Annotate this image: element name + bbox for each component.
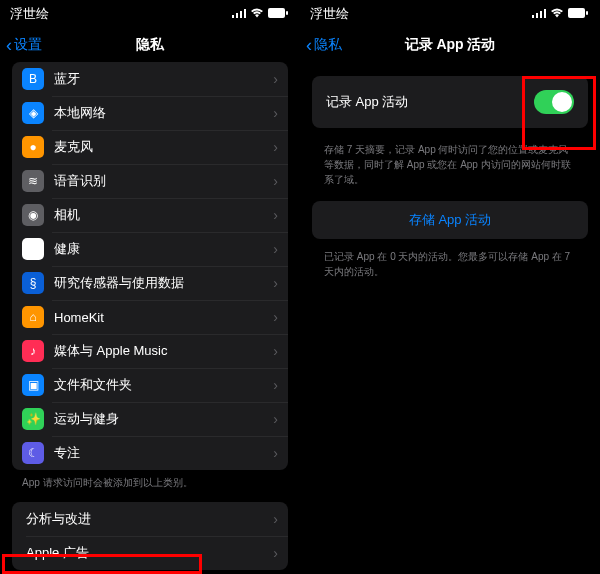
row-label: 专注 [54,444,273,462]
row-apple-ads[interactable]: Apple 广告› [12,536,288,570]
chevron-right-icon: › [273,377,278,393]
back-button[interactable]: ‹ 设置 [6,36,42,54]
chevron-right-icon: › [273,309,278,325]
svg-rect-0 [232,15,234,18]
record-activity-row: 记录 App 活动 [312,76,588,128]
row-label: 分析与改进 [26,510,273,528]
group-footer: App 请求访问时会被添加到以上类别。 [22,476,278,490]
right-screen: 浮世绘 ‹ 隐私 记录 App 活动 记录 App 活动 存储 7 天摘要， [300,0,600,574]
chevron-right-icon: › [273,139,278,155]
store-button-label: 存储 App 活动 [409,211,491,229]
analytics-list: 分析与改进›Apple 广告› [12,502,288,570]
svg-rect-9 [544,9,546,18]
status-carrier: 浮世绘 [310,5,349,23]
privacy-row-speech-recognition[interactable]: ≋语音识别› [12,164,288,198]
bluetooth-icon: B [22,68,44,90]
fitness-icon: ✨ [22,408,44,430]
toggle-group: 记录 App 活动 [312,76,588,128]
status-bar: 浮世绘 [300,0,600,28]
chevron-left-icon: ‹ [306,36,312,54]
row-analytics[interactable]: 分析与改进› [12,502,288,536]
content-scroll[interactable]: B蓝牙›◈本地网络›●麦克风›≋语音识别›◉相机›♥健康›§研究传感器与使用数据… [0,62,300,574]
chevron-right-icon: › [273,207,278,223]
signal-icon [232,7,246,21]
chevron-right-icon: › [273,545,278,561]
privacy-row-files[interactable]: ▣文件和文件夹› [12,368,288,402]
svg-rect-3 [244,9,246,18]
svg-rect-11 [586,11,588,15]
record-activity-toggle[interactable] [534,90,574,114]
health-icon: ♥ [22,238,44,260]
chevron-right-icon: › [273,275,278,291]
svg-rect-6 [532,15,534,18]
svg-rect-5 [286,11,288,15]
svg-rect-10 [568,8,585,18]
row-label: 语音识别 [54,172,273,190]
microphone-icon: ● [22,136,44,158]
back-label: 隐私 [314,36,342,54]
row-label: Apple 广告 [26,544,273,562]
row-label: 文件和文件夹 [54,376,273,394]
files-icon: ▣ [22,374,44,396]
store-description: 已记录 App 在 0 天内的活动。您最多可以存储 App 在 7 天内的活动。 [324,249,576,279]
status-bar: 浮世绘 [0,0,300,28]
row-label: HomeKit [54,310,273,325]
research-icon: § [22,272,44,294]
chevron-right-icon: › [273,343,278,359]
speech-recognition-icon: ≋ [22,170,44,192]
privacy-row-fitness[interactable]: ✨运动与健身› [12,402,288,436]
media-icon: ♪ [22,340,44,362]
privacy-row-research[interactable]: §研究传感器与使用数据› [12,266,288,300]
camera-icon: ◉ [22,204,44,226]
privacy-row-microphone[interactable]: ●麦克风› [12,130,288,164]
privacy-row-homekit[interactable]: ⌂HomeKit› [12,300,288,334]
privacy-row-health[interactable]: ♥健康› [12,232,288,266]
status-indicators [532,7,588,21]
svg-rect-8 [540,11,542,18]
chevron-right-icon: › [273,105,278,121]
store-activity-button[interactable]: 存储 App 活动 [312,201,588,239]
status-carrier: 浮世绘 [10,5,49,23]
nav-bar: ‹ 设置 隐私 [0,28,300,62]
battery-icon [568,7,588,21]
left-screen: 浮世绘 ‹ 设置 隐私 B蓝牙›◈本地网络›●麦克风›≋语音识别›◉相机›♥健康… [0,0,300,574]
chevron-right-icon: › [273,241,278,257]
toggle-description: 存储 7 天摘要，记录 App 何时访问了您的位置或麦克风等数据，同时了解 Ap… [324,142,576,187]
privacy-row-bluetooth[interactable]: B蓝牙› [12,62,288,96]
row-label: 本地网络 [54,104,273,122]
row-label: 麦克风 [54,138,273,156]
focus-icon: ☾ [22,442,44,464]
signal-icon [532,7,546,21]
nav-bar: ‹ 隐私 记录 App 活动 [300,28,600,62]
page-title: 隐私 [136,36,164,54]
toggle-label: 记录 App 活动 [326,93,534,111]
row-label: 蓝牙 [54,70,273,88]
local-network-icon: ◈ [22,102,44,124]
homekit-icon: ⌂ [22,306,44,328]
page-title: 记录 App 活动 [405,36,496,54]
row-label: 健康 [54,240,273,258]
privacy-list: B蓝牙›◈本地网络›●麦克风›≋语音识别›◉相机›♥健康›§研究传感器与使用数据… [12,62,288,470]
chevron-right-icon: › [273,173,278,189]
svg-rect-1 [236,13,238,18]
svg-rect-2 [240,11,242,18]
privacy-row-camera[interactable]: ◉相机› [12,198,288,232]
back-label: 设置 [14,36,42,54]
privacy-row-media[interactable]: ♪媒体与 Apple Music› [12,334,288,368]
wifi-icon [550,7,564,21]
back-button[interactable]: ‹ 隐私 [306,36,342,54]
svg-rect-4 [268,8,285,18]
row-label: 相机 [54,206,273,224]
privacy-row-local-network[interactable]: ◈本地网络› [12,96,288,130]
chevron-right-icon: › [273,411,278,427]
chevron-right-icon: › [273,511,278,527]
battery-icon [268,7,288,21]
chevron-left-icon: ‹ [6,36,12,54]
chevron-right-icon: › [273,71,278,87]
svg-rect-7 [536,13,538,18]
status-indicators [232,7,288,21]
row-label: 研究传感器与使用数据 [54,274,273,292]
privacy-row-focus[interactable]: ☾专注› [12,436,288,470]
wifi-icon [250,7,264,21]
content-scroll[interactable]: 记录 App 活动 存储 7 天摘要，记录 App 何时访问了您的位置或麦克风等… [300,62,600,574]
